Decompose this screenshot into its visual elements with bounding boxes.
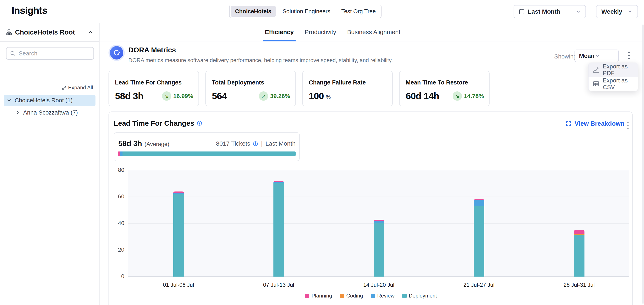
date-range-dropdown[interactable]: Last Month xyxy=(514,5,586,18)
y-tick-80: 80 xyxy=(110,167,124,173)
trend-badge: ↘14.78% xyxy=(453,91,484,101)
tree-item-choicehotels-root-1-[interactable]: ChoiceHotels Root (1) xyxy=(4,95,96,106)
org-tab-choicehotels[interactable]: ChoiceHotels xyxy=(230,6,276,17)
x-tick-21-jul-27-jul: 21 Jul-27 Jul xyxy=(448,282,510,288)
bar-14-jul-20-jul[interactable] xyxy=(374,220,384,277)
x-tick-01-jul-06-jul: 01 Jul-06 Jul xyxy=(148,282,209,288)
granularity-dropdown[interactable]: Weekly xyxy=(596,5,638,18)
metric-card-total-deployments: Total Deployments564↗39.26% xyxy=(206,71,296,106)
metric-card-value: 564 xyxy=(212,91,227,101)
legend-swatch-coding xyxy=(340,294,344,298)
bar-segment-deployment xyxy=(574,235,584,277)
expand-arrows-icon xyxy=(62,85,66,90)
main-content: DORA Metrics DORA metrics measure softwa… xyxy=(100,42,644,305)
tree-item-anna-scozzafava-7-[interactable]: Anna Scozzafava (7) xyxy=(4,107,96,118)
trend-down-icon: ↘ xyxy=(453,91,462,101)
metric-card-value: 100 xyxy=(309,91,324,101)
bar-01-jul-06-jul[interactable] xyxy=(173,192,184,277)
metric-card-lead-time-for-changes: Lead Time For Changes58d 3h↘16.99% xyxy=(108,71,199,106)
x-tick-07-jul-13-jul: 07 Jul-13 Jul xyxy=(248,282,309,288)
search-box[interactable] xyxy=(6,47,94,60)
main-tabs-row: EfficiencyProductivityBusiness Alignment xyxy=(100,23,644,41)
metric-card-value-row: 100% xyxy=(309,91,387,101)
info-icon[interactable] xyxy=(197,120,202,126)
granularity-value: Weekly xyxy=(601,8,622,15)
sidebar-collapse-button[interactable] xyxy=(87,29,94,35)
legend-item-coding[interactable]: Coding xyxy=(340,293,363,299)
bar-segment-deployment xyxy=(173,194,184,277)
tab-efficiency[interactable]: Efficiency xyxy=(264,23,294,41)
average-suffix: (Average) xyxy=(144,141,169,147)
tab-productivity[interactable]: Productivity xyxy=(304,23,337,41)
bar-segment-planning xyxy=(574,230,584,234)
search-icon xyxy=(10,50,16,56)
metric-card-unit: % xyxy=(326,94,331,100)
more-options-button[interactable] xyxy=(627,50,631,60)
metric-card-title: Lead Time For Changes xyxy=(115,79,182,86)
metric-card-change-failure-rate: Change Failure Rate100% xyxy=(302,71,393,106)
metric-card-value: 60d 14h xyxy=(406,91,439,101)
bar-segment-review xyxy=(474,200,484,206)
progress-segment-review xyxy=(120,151,122,156)
bar-28-jul-31-jul[interactable] xyxy=(574,230,584,277)
org-tree-icon xyxy=(6,29,12,35)
average-stats-card: 58d 3h (Average) 8017 Tickets | Last Mon… xyxy=(114,132,300,161)
menu-item-export-as-csv[interactable]: Export as CSV xyxy=(588,77,638,91)
aggregation-dropdown[interactable]: Mean xyxy=(574,49,619,62)
legend-label: Deployment xyxy=(409,293,437,299)
chevron-down-icon xyxy=(627,9,632,14)
info-icon[interactable] xyxy=(253,141,258,146)
progress-segment-planning xyxy=(118,151,120,156)
legend-swatch-deployment xyxy=(402,294,407,298)
expand-all-label: Expand All xyxy=(68,84,93,91)
org-tab-solution-engineers[interactable]: Solution Engineers xyxy=(277,5,336,18)
main-area: EfficiencyProductivityBusiness Alignment… xyxy=(100,23,644,305)
aggregation-value: Mean xyxy=(579,52,595,59)
view-breakdown-button[interactable]: View Breakdown xyxy=(566,120,624,127)
metric-card-mean-time-to-restore: Mean Time To Restore60d 14h↘14.78% xyxy=(399,71,490,106)
sidebar-header: ChoiceHotels Root xyxy=(0,23,99,42)
legend-item-review[interactable]: Review xyxy=(371,293,394,299)
legend-label: Review xyxy=(377,293,394,299)
legend-swatch-review xyxy=(371,294,375,298)
main-tabs: EfficiencyProductivityBusiness Alignment xyxy=(264,23,401,41)
legend-item-deployment[interactable]: Deployment xyxy=(402,293,437,299)
trend-value: 16.99% xyxy=(173,93,193,99)
date-range-value: Last Month xyxy=(528,8,560,15)
trend-down-icon: ↘ xyxy=(162,91,171,101)
search-input[interactable] xyxy=(19,50,86,57)
tab-business-alignment[interactable]: Business Alignment xyxy=(346,23,401,41)
average-value: 58d 3h xyxy=(118,139,142,148)
y-tick-20: 20 xyxy=(110,247,124,253)
x-tick-14-jul-20-jul: 14 Jul-20 Jul xyxy=(348,282,409,288)
metric-card-value-row: 58d 3h↘16.99% xyxy=(115,91,193,101)
chart-more-options-button[interactable] xyxy=(626,120,630,131)
dora-metrics-description: DORA metrics measure software delivery p… xyxy=(128,57,393,63)
progress-segment-deployment xyxy=(122,151,296,156)
showing-label: Showing xyxy=(554,53,577,60)
trend-value: 14.78% xyxy=(464,93,484,99)
calendar-icon xyxy=(518,8,525,15)
metric-card-value: 58d 3h xyxy=(115,91,144,101)
trend-value: 39.26% xyxy=(270,93,290,99)
expand-corners-icon xyxy=(566,121,572,127)
metric-card-value-row: 60d 14h↘14.78% xyxy=(406,91,484,101)
org-tab-test-org-tree[interactable]: Test Org Tree xyxy=(336,5,381,18)
scrollbar-track[interactable] xyxy=(642,24,644,304)
top-header: Insights ChoiceHotelsSolution EngineersT… xyxy=(0,0,644,23)
view-breakdown-label: View Breakdown xyxy=(574,120,624,127)
bar-21-jul-27-jul[interactable] xyxy=(474,199,484,277)
plot-area xyxy=(128,170,629,277)
tree-item-label: Anna Scozzafava (7) xyxy=(23,109,78,116)
metric-card-title: Total Deployments xyxy=(212,79,264,86)
menu-item-export-as-pdf[interactable]: Export as PDF xyxy=(588,63,638,77)
expand-all-button[interactable]: Expand All xyxy=(62,84,93,91)
sidebar: ChoiceHotels Root Expand All ChoiceHotel… xyxy=(0,23,100,305)
bar-07-jul-13-jul[interactable] xyxy=(274,181,284,277)
cycle-arrow-icon xyxy=(110,46,123,59)
x-tick-28-jul-31-jul: 28 Jul-31 Jul xyxy=(549,282,610,288)
chevron-right-icon xyxy=(15,110,20,115)
legend-item-planning[interactable]: Planning xyxy=(305,293,332,299)
y-tick-60: 60 xyxy=(110,193,124,200)
trend-badge: ↗39.26% xyxy=(259,91,290,101)
